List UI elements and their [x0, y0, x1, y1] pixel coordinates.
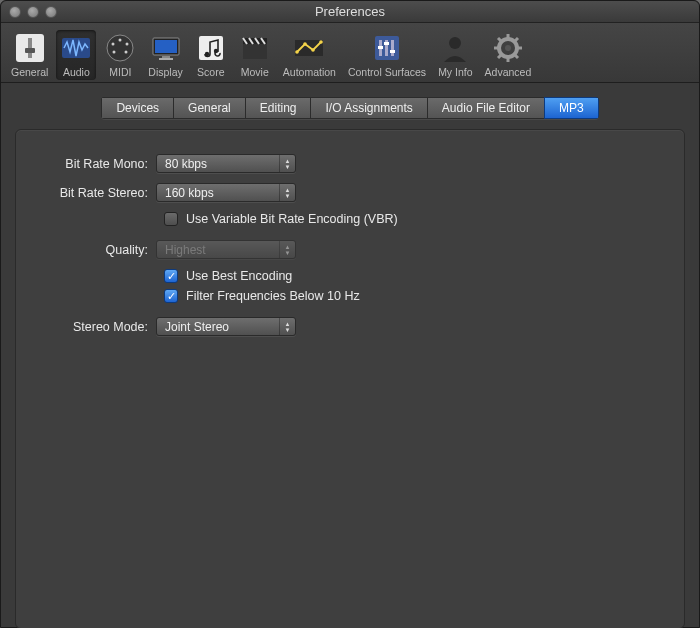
vbr-label: Use Variable Bit Rate Encoding (VBR) [186, 212, 398, 226]
quality-popup: Highest ▲▼ [156, 240, 296, 259]
tab-io-assignments[interactable]: I/O Assignments [310, 97, 426, 119]
svg-point-31 [449, 37, 461, 49]
filter-freq-checkbox[interactable]: ✓ [164, 289, 178, 303]
bitrate-mono-value: 80 kbps [165, 157, 207, 171]
audio-waveform-icon [60, 32, 92, 64]
toolbar-label: Advanced [485, 66, 532, 78]
preferences-window: Preferences General Audio MIDI Display [0, 0, 700, 628]
stereo-mode-label: Stereo Mode: [36, 320, 156, 334]
bitrate-mono-popup[interactable]: 80 kbps ▲▼ [156, 154, 296, 173]
tab-bar: Devices General Editing I/O Assignments … [15, 97, 685, 119]
tab-devices[interactable]: Devices [101, 97, 173, 119]
bitrate-stereo-label: Bit Rate Stereo: [36, 186, 156, 200]
svg-rect-12 [162, 56, 170, 58]
toolbar-label: MIDI [109, 66, 131, 78]
svg-point-7 [126, 43, 129, 46]
svg-point-16 [214, 49, 218, 53]
general-slider-icon [14, 32, 46, 64]
quality-label: Quality: [36, 243, 156, 257]
svg-rect-28 [378, 46, 383, 49]
svg-rect-27 [391, 40, 394, 56]
midi-port-icon [104, 32, 136, 64]
tab-editing[interactable]: Editing [245, 97, 311, 119]
best-encoding-checkbox[interactable]: ✓ [164, 269, 178, 283]
toolbar-label: Control Surfaces [348, 66, 426, 78]
control-surfaces-faders-icon [371, 32, 403, 64]
zoom-icon[interactable] [45, 6, 57, 18]
tab-mp3[interactable]: MP3 [544, 97, 599, 119]
score-notes-icon [195, 32, 227, 64]
movie-clapper-icon [239, 32, 271, 64]
close-icon[interactable] [9, 6, 21, 18]
display-monitor-icon [150, 32, 182, 64]
chevron-updown-icon: ▲▼ [279, 241, 295, 258]
svg-point-5 [119, 39, 122, 42]
toolbar-item-automation[interactable]: Automation [279, 30, 340, 80]
svg-rect-13 [159, 58, 173, 60]
best-encoding-label: Use Best Encoding [186, 269, 292, 283]
toolbar-label: General [11, 66, 48, 78]
toolbar-item-score[interactable]: Score [191, 30, 231, 80]
svg-point-33 [505, 45, 511, 51]
toolbar-item-display[interactable]: Display [144, 30, 186, 80]
svg-point-15 [205, 52, 209, 56]
toolbar-label: Audio [63, 66, 90, 78]
toolbar-item-advanced[interactable]: Advanced [481, 30, 536, 80]
stereo-mode-value: Joint Stereo [165, 320, 229, 334]
tab-audio-file-editor[interactable]: Audio File Editor [427, 97, 544, 119]
svg-rect-30 [390, 50, 395, 53]
svg-point-20 [296, 50, 300, 54]
automation-curve-icon [293, 32, 325, 64]
toolbar: General Audio MIDI Display Score [1, 23, 699, 83]
svg-rect-11 [155, 40, 177, 53]
toolbar-item-control-surfaces[interactable]: Control Surfaces [344, 30, 430, 80]
chevron-updown-icon: ▲▼ [279, 318, 295, 335]
person-silhouette-icon [439, 32, 471, 64]
svg-rect-17 [243, 44, 267, 59]
svg-line-40 [498, 55, 501, 58]
filter-freq-label: Filter Frequencies Below 10 Hz [186, 289, 360, 303]
bitrate-stereo-value: 160 kbps [165, 186, 214, 200]
toolbar-label: Automation [283, 66, 336, 78]
quality-value: Highest [165, 243, 206, 257]
titlebar: Preferences [1, 1, 699, 23]
toolbar-item-audio[interactable]: Audio [56, 30, 96, 80]
settings-panel: Bit Rate Mono: 80 kbps ▲▼ Bit Rate Stere… [15, 129, 685, 628]
toolbar-label: Display [148, 66, 182, 78]
svg-rect-14 [199, 36, 223, 60]
svg-rect-2 [25, 48, 35, 53]
svg-line-39 [515, 55, 518, 58]
vbr-checkbox[interactable] [164, 212, 178, 226]
svg-point-9 [125, 51, 128, 54]
toolbar-item-midi[interactable]: MIDI [100, 30, 140, 80]
toolbar-label: Score [197, 66, 224, 78]
stereo-mode-popup[interactable]: Joint Stereo ▲▼ [156, 317, 296, 336]
toolbar-item-movie[interactable]: Movie [235, 30, 275, 80]
tab-general[interactable]: General [173, 97, 245, 119]
toolbar-item-my-info[interactable]: My Info [434, 30, 476, 80]
svg-point-6 [112, 43, 115, 46]
toolbar-label: My Info [438, 66, 472, 78]
bitrate-mono-label: Bit Rate Mono: [36, 157, 156, 171]
svg-line-41 [515, 38, 518, 41]
minimize-icon[interactable] [27, 6, 39, 18]
svg-line-38 [498, 38, 501, 41]
gear-icon [492, 32, 524, 64]
svg-point-8 [113, 51, 116, 54]
svg-point-21 [304, 42, 308, 46]
toolbar-item-general[interactable]: General [7, 30, 52, 80]
window-controls [1, 6, 57, 18]
svg-rect-29 [384, 42, 389, 45]
bitrate-stereo-popup[interactable]: 160 kbps ▲▼ [156, 183, 296, 202]
svg-point-22 [312, 48, 316, 52]
toolbar-label: Movie [241, 66, 269, 78]
window-title: Preferences [1, 4, 699, 19]
chevron-updown-icon: ▲▼ [279, 155, 295, 172]
chevron-updown-icon: ▲▼ [279, 184, 295, 201]
svg-point-23 [320, 40, 324, 44]
